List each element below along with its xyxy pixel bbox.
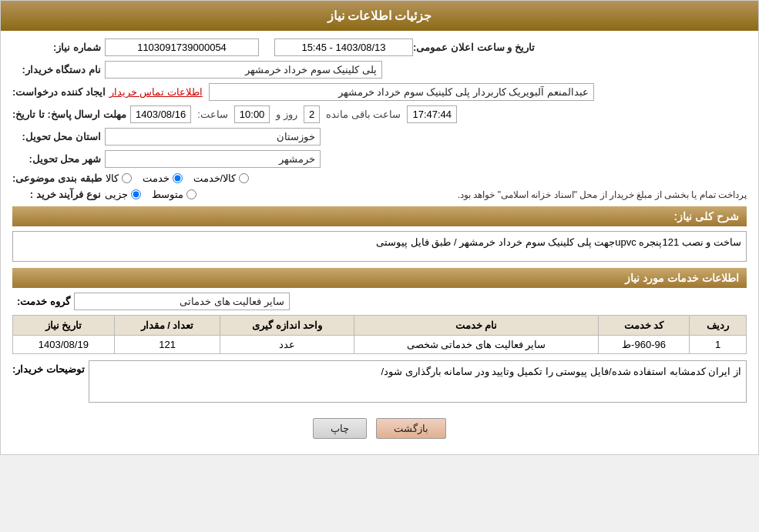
respond-day: 2 (304, 105, 320, 123)
contact-link[interactable]: اطلاعات تماس خریدار (109, 86, 203, 98)
button-row: بازگشت چاپ (12, 410, 747, 447)
purchase-note: پرداخت تمام یا بخشی از مبلغ خریدار از مح… (201, 189, 747, 200)
buyer-notes-box: از ایران کدمشابه استفاده شده/فایل پیوستی… (89, 360, 747, 403)
page-title: جزئیات اطلاعات نیاز (1, 1, 758, 31)
need-number-value: 1103091739000054 (105, 38, 259, 56)
respond-remaining: 17:47:44 (407, 105, 457, 123)
city-label: شهر محل تحویل: (12, 153, 105, 165)
purchase-type-group: متوسط جزیی (105, 189, 201, 200)
purchase-type-label: نوع فرآیند خرید : (12, 189, 105, 200)
creator-value: عبدالمنعم آلبویریک کاربردار پلی کلینیک س… (209, 83, 594, 101)
creator-label: ایجاد کننده درخواست: (12, 86, 109, 98)
announce-value: 1403/08/13 - 15:45 (274, 38, 413, 56)
respond-remaining-label: ساعت باقی مانده (326, 109, 401, 120)
table-row: 1960-96-طسایر فعالیت های خدماتی شخصیعدد1… (13, 336, 747, 354)
station-label: نام دستگاه خریدار: (12, 64, 105, 75)
need-number-label: شماره نیاز: (12, 42, 105, 53)
respond-time-label: ساعت: (197, 109, 228, 120)
col-name: نام خدمت (354, 316, 599, 336)
station-value: پلی کلینیک سوم خرداد خرمشهر (105, 61, 382, 79)
services-section-header: اطلاعات خدمات مورد نیاز (12, 268, 747, 288)
respond-date: 1403/08/16 (130, 105, 191, 123)
category-option-khedmat[interactable]: خدمت (143, 172, 183, 184)
province-value: خوزستان (105, 128, 321, 146)
category-option-kala-khedmat[interactable]: کالا/خدمت (193, 172, 250, 184)
col-code: کد خدمت (598, 316, 689, 336)
print-button[interactable]: چاپ (313, 418, 367, 439)
purchase-option-jozi[interactable]: جزیی (105, 189, 141, 200)
service-group-value: سایر فعالیت های خدماتی (74, 293, 290, 310)
col-quantity: تعداد / مقدار (114, 316, 220, 336)
description-box: ساخت و نصب 121پنجره upvcجهت پلی کلینیک س… (12, 231, 747, 262)
announce-label: تاریخ و ساعت اعلان عمومی: (413, 42, 539, 53)
purchase-option-motavaset[interactable]: متوسط (152, 189, 196, 200)
col-unit: واحد اندازه گیری (220, 316, 354, 336)
services-table: ردیف کد خدمت نام خدمت واحد اندازه گیری ت… (12, 315, 747, 354)
city-value: خرمشهر (105, 150, 321, 168)
buyer-notes-label: توضیحات خریدار: (12, 360, 89, 375)
category-option-kala[interactable]: کالا (106, 172, 132, 184)
col-date: تاریخ نیاز (13, 316, 115, 336)
service-group-label: گروه خدمت: (12, 296, 74, 307)
col-row: ردیف (690, 316, 747, 336)
respond-label: مهلت ارسال پاسخ: تا تاریخ: (12, 109, 130, 120)
category-label: طبقه بندی موضوعی: (12, 172, 106, 184)
respond-day-label: روز و (276, 109, 297, 120)
category-radio-group: کالا/خدمت خدمت کالا (106, 172, 254, 184)
back-button[interactable]: بازگشت (376, 418, 446, 439)
province-label: استان محل تحویل: (12, 131, 105, 142)
respond-time: 10:00 (234, 105, 270, 123)
description-section-header: شرح کلی نیاز: (12, 206, 747, 226)
